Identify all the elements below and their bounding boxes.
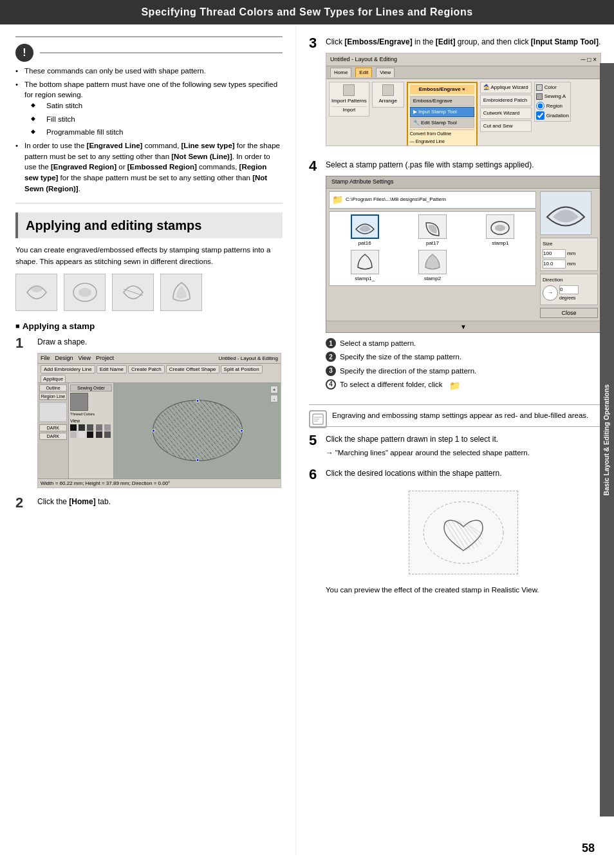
- step-5-number: 5: [309, 433, 322, 448]
- callout-list: 1 Select a stamp pattern. 2 Specify the …: [326, 338, 601, 393]
- step-6-body: Click the desired locations within the s…: [326, 467, 601, 596]
- step-1-number: 1: [15, 336, 30, 350]
- step-5: 5 Click the shape pattern drawn in step …: [309, 433, 601, 458]
- step-3: 3 Click [Emboss/Engrave] in the [Edit] g…: [309, 36, 601, 150]
- side-label: Basic Layout & Editing Operations: [602, 384, 611, 496]
- step-1: 1 Draw a shape. FileDesignViewProject Un…: [15, 336, 283, 488]
- warning-content: These commands can only be used with sha…: [15, 66, 283, 194]
- step-4-number: 4: [309, 159, 322, 173]
- section-title: Applying and editing stamps: [26, 218, 275, 233]
- svg-line-2: [124, 289, 143, 296]
- note-box: Engraving and embossing stamp settings a…: [309, 404, 601, 427]
- step-5-arrow: →: [326, 449, 333, 457]
- warning-sub-2: Fill stitch: [31, 114, 283, 125]
- screenshot-statusbar: Width = 60.22 mm; Height = 37.89 mm; Dir…: [38, 478, 281, 487]
- direction-input[interactable]: [559, 285, 579, 294]
- callout-4: 4 To select a different folder, click 📁: [326, 379, 601, 393]
- step-5-result: "Marching lines" appear around the selec…: [335, 449, 530, 457]
- step-2-text: Click the [Home] tab.: [37, 496, 281, 507]
- stamp-sample-1: [15, 274, 57, 311]
- warning-bullet-1: These commands can only be used with sha…: [15, 66, 283, 77]
- page-header: Specifying Thread Colors and Sew Types f…: [0, 0, 614, 24]
- svg-line-14: [467, 524, 483, 540]
- stamp-sample-4: [160, 274, 202, 311]
- svg-line-13: [463, 522, 481, 544]
- stamp-attr-dialog: Stamp Attribute Settings 📁 C:\Program Fi…: [326, 176, 601, 333]
- callout-3-text: Specify the direction of the stamp patte…: [340, 366, 476, 377]
- left-column: ! These commands can only be used with s…: [0, 24, 296, 855]
- note-text: Engraving and embossing stamp settings a…: [332, 411, 588, 419]
- callout-1: 1 Select a stamp pattern.: [326, 338, 601, 349]
- stamp-sample-2: [64, 274, 106, 311]
- section-description: You can create engraved/embossed effects…: [15, 245, 283, 267]
- step-3-body: Click [Emboss/Engrave] in the [Edit] gro…: [326, 36, 601, 150]
- step-1-text: Draw a shape.: [37, 336, 281, 348]
- stamp-sample-3: [112, 274, 154, 311]
- callout-3: 3 Specify the direction of the stamp pat…: [326, 366, 601, 377]
- callout-2-text: Specify the size of the stamp pattern.: [340, 352, 461, 363]
- right-column: 3 Click [Emboss/Engrave] in the [Edit] g…: [296, 24, 614, 855]
- step-2-number: 2: [15, 496, 30, 510]
- warning-sub-1: Satin stitch: [31, 100, 283, 111]
- step-6-preview-text: You can preview the effect of the create…: [326, 585, 601, 596]
- callout-2-num: 2: [326, 352, 336, 362]
- callout-4-num: 4: [326, 379, 336, 390]
- callout-2: 2 Specify the size of the stamp pattern.: [326, 352, 601, 363]
- stamp-images-row: [15, 274, 283, 311]
- step-3-screenshot: Untitled - Layout & Editing ─ □ × Home E…: [326, 53, 601, 146]
- warning-icon: !: [15, 44, 33, 62]
- size-input-2[interactable]: [543, 259, 566, 269]
- step-3-number: 3: [309, 36, 322, 50]
- svg-point-1: [79, 288, 91, 297]
- applying-stamp-title: Applying a stamp: [15, 321, 283, 331]
- warning-bullet-3: In order to use the [Engraved Line] comm…: [15, 140, 283, 194]
- warning-box: ! These commands can only be used with s…: [15, 36, 283, 194]
- close-button[interactable]: Close: [540, 308, 598, 318]
- step-6: 6 Click the desired locations within the…: [309, 467, 601, 596]
- size-input-1[interactable]: [543, 249, 566, 258]
- svg-point-4: [495, 225, 505, 231]
- warning-sub-3: Programmable fill stitch: [31, 127, 283, 138]
- side-label-container: Basic Layout & Editing Operations: [600, 63, 614, 816]
- step-4-body: Select a stamp pattern (.pas file with s…: [326, 159, 601, 395]
- warning-bullet-2: The bottom shape pattern must have one o…: [15, 79, 283, 138]
- page-number: 58: [582, 842, 595, 855]
- step-5-body: Click the shape pattern drawn in step 1 …: [326, 433, 601, 458]
- callout-1-text: Select a stamp pattern.: [340, 338, 416, 349]
- callout-3-num: 3: [326, 366, 336, 376]
- step-6-number: 6: [309, 467, 322, 482]
- callout-1-num: 1: [326, 338, 336, 348]
- callout-4-text: To select a different folder, click: [340, 379, 443, 390]
- note-icon: [309, 410, 327, 428]
- step-6-image: [409, 491, 518, 574]
- step-1-screenshot: FileDesignViewProject Untitled - Layout …: [37, 353, 281, 488]
- section-title-box: Applying and editing stamps: [15, 212, 283, 238]
- step-4: 4 Select a stamp pattern (.pas file with…: [309, 159, 601, 395]
- step-2: 2 Click the [Home] tab.: [15, 496, 283, 510]
